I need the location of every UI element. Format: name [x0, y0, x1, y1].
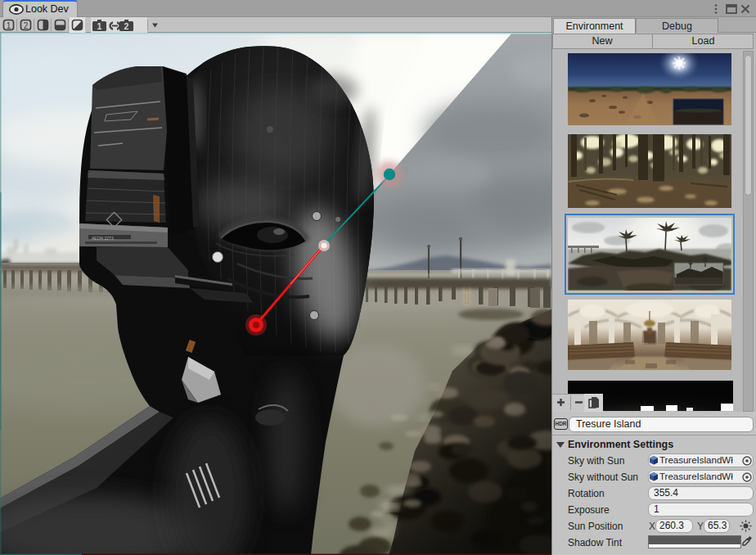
svg-text:2: 2 [124, 21, 129, 31]
svg-text:1: 1 [7, 21, 11, 30]
svg-text:1: 1 [97, 21, 102, 31]
svg-text:2: 2 [24, 21, 29, 30]
svg-text:AEON 2273: AEON 2273 [92, 236, 114, 241]
